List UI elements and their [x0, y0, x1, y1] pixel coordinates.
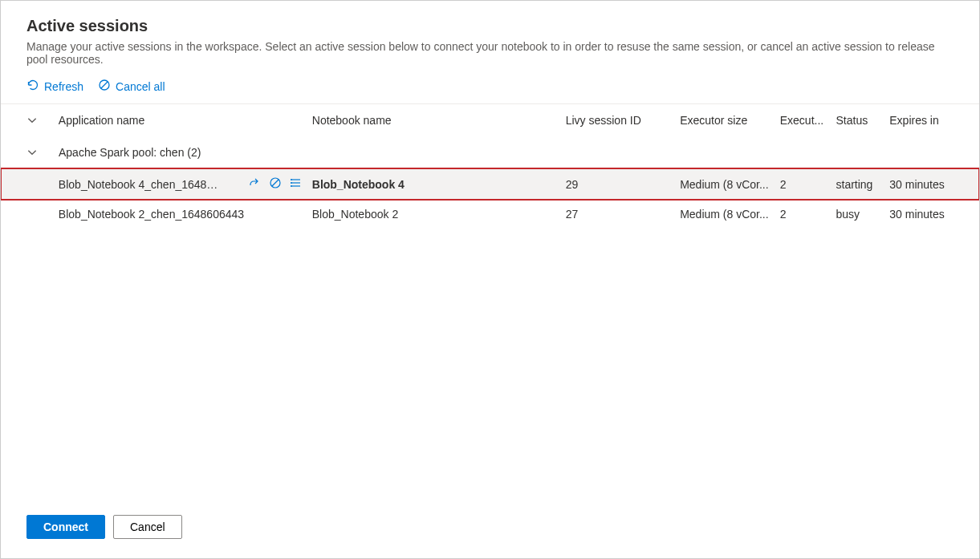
col-header-notebook-name[interactable]: Notebook name [312, 114, 566, 127]
col-header-livy-id[interactable]: Livy session ID [566, 114, 681, 127]
group-expand-toggle[interactable] [26, 147, 59, 158]
refresh-label: Refresh [44, 80, 83, 93]
cancel-button[interactable]: Cancel [113, 515, 182, 539]
dialog-header: Active sessions Manage your active sessi… [1, 1, 979, 72]
page-title: Active sessions [26, 17, 954, 35]
active-sessions-dialog: Active sessions Manage your active sessi… [0, 0, 980, 559]
cell-expires-in: 30 minutes [889, 208, 954, 221]
col-header-app-name[interactable]: Application name [59, 114, 312, 127]
cell-livy-id: 29 [566, 178, 681, 191]
table-row[interactable]: Blob_Notebook 4_chen_16486065... Blob_No… [1, 168, 979, 200]
group-label: Apache Spark pool: chen (2) [59, 146, 201, 159]
svg-point-7 [291, 180, 291, 180]
cell-notebook-name: Blob_Notebook 2 [312, 208, 566, 221]
col-header-expires-in[interactable]: Expires in [889, 114, 954, 127]
cell-status: starting [836, 178, 890, 191]
col-header-executor-size[interactable]: Executor size [680, 114, 780, 127]
table-header-row: Application name Notebook name Livy sess… [1, 104, 979, 136]
row-actions [248, 176, 303, 192]
connect-button[interactable]: Connect [26, 515, 105, 539]
connect-icon[interactable] [248, 176, 261, 192]
app-name-text: Blob_Notebook 4_chen_16486065... [59, 178, 219, 191]
cancel-session-icon[interactable] [269, 176, 282, 192]
cell-executor-size: Medium (8 vCor... [680, 178, 780, 191]
svg-point-8 [291, 183, 291, 184]
sessions-table: Application name Notebook name Livy sess… [1, 104, 979, 502]
app-name-text: Blob_Notebook 2_chen_1648606443 [59, 208, 244, 221]
svg-line-3 [272, 180, 279, 186]
cell-app-name: Blob_Notebook 2_chen_1648606443 [59, 208, 312, 221]
page-subtitle: Manage your active sessions in the works… [26, 40, 954, 66]
cell-status: busy [836, 208, 890, 221]
cancel-all-button[interactable]: Cancel all [98, 79, 165, 94]
toolbar: Refresh Cancel all [1, 72, 979, 103]
cell-executor-size: Medium (8 vCor... [680, 208, 780, 221]
cell-livy-id: 27 [566, 208, 681, 221]
pool-group-row[interactable]: Apache Spark pool: chen (2) [1, 136, 979, 168]
cell-executor-count: 2 [780, 178, 836, 191]
col-header-status[interactable]: Status [836, 114, 890, 127]
cell-executor-count: 2 [780, 208, 836, 221]
cancel-all-label: Cancel all [116, 80, 165, 93]
cancel-icon [98, 79, 111, 94]
svg-point-9 [291, 186, 291, 187]
dialog-footer: Connect Cancel [1, 502, 979, 558]
cell-expires-in: 30 minutes [889, 178, 954, 191]
table-row[interactable]: Blob_Notebook 2_chen_1648606443 Blob_Not… [1, 200, 979, 229]
details-icon[interactable] [290, 176, 303, 192]
col-header-executor-count[interactable]: Execut... [780, 114, 836, 127]
cell-notebook-name: Blob_Notebook 4 [312, 178, 566, 191]
expand-all-toggle[interactable] [26, 115, 59, 126]
refresh-icon [26, 79, 39, 94]
cell-app-name: Blob_Notebook 4_chen_16486065... [59, 176, 312, 192]
svg-line-1 [101, 82, 108, 88]
refresh-button[interactable]: Refresh [26, 79, 83, 94]
